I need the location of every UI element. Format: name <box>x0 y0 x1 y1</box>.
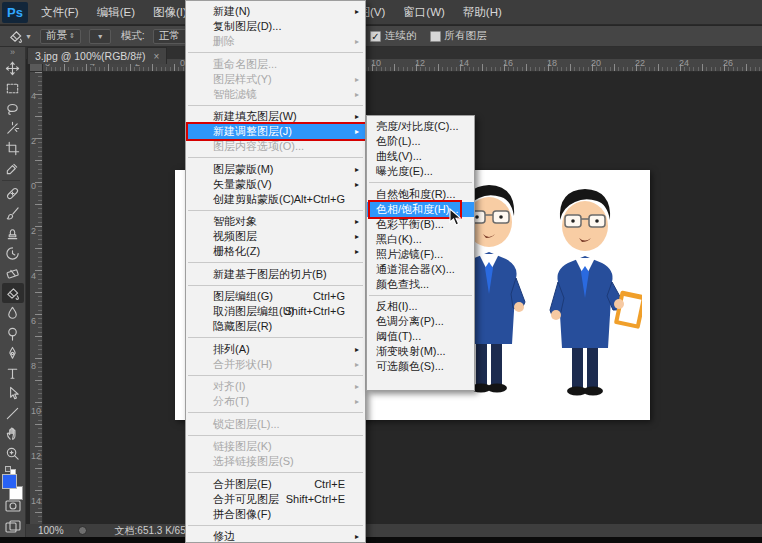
layer-menu-item[interactable]: 隐藏图层(R) <box>186 319 365 334</box>
menu-item-label: 栅格化(Z) <box>213 245 260 257</box>
ruler-number: 24 <box>679 58 689 68</box>
layer-menu-item[interactable]: 复制图层(D)... <box>186 19 365 34</box>
magic-wand-tool-icon[interactable] <box>2 118 24 138</box>
adjustment-submenu-item[interactable]: 反相(I)... <box>367 299 474 314</box>
menu-separator <box>188 375 363 376</box>
layer-menu-item[interactable]: 修边▸ <box>186 529 365 543</box>
layer-menu-item[interactable]: 合并可见图层Shift+Ctrl+E <box>186 492 365 507</box>
menubar-item[interactable]: 文件(F) <box>33 2 87 23</box>
adjustment-submenu-item[interactable]: 阈值(T)... <box>367 329 474 344</box>
adjustment-submenu-item[interactable]: 曲线(V)... <box>367 149 474 164</box>
submenu-arrow-icon: ▸ <box>355 34 359 49</box>
layer-menu-item[interactable]: 拼合图像(F) <box>186 507 365 522</box>
hand-tool-icon[interactable] <box>2 423 24 443</box>
layer-menu-item[interactable]: 合并图层(E)Ctrl+E <box>186 477 365 492</box>
adjustment-submenu-item[interactable]: 黑白(K)... <box>367 232 474 247</box>
dodge-tool-icon[interactable] <box>2 323 24 343</box>
menubar-item[interactable]: 编辑(E) <box>89 2 143 23</box>
marquee-tool-icon[interactable] <box>2 78 24 98</box>
ruler-number: 4 <box>31 91 36 101</box>
adjustment-submenu-item[interactable]: 颜色查找... <box>367 277 474 292</box>
layer-menu-item[interactable]: 智能对象▸ <box>186 214 365 229</box>
layer-menu-item[interactable]: 矢量蒙版(V)▸ <box>186 177 365 192</box>
zoom-level-field[interactable]: 100% <box>38 525 64 536</box>
zoom-tool-icon[interactable] <box>2 443 24 463</box>
move-tool-icon[interactable] <box>2 58 24 78</box>
layer-menu-item: 删除▸ <box>186 34 365 49</box>
adjustment-submenu-item[interactable]: 照片滤镜(F)... <box>367 247 474 262</box>
vertical-ruler[interactable]: 4202468101214 <box>30 72 43 524</box>
menu-item-shortcut: Shift+Ctrl+E <box>286 492 345 507</box>
adjustment-submenu-item[interactable]: 自然饱和度(R)... <box>367 187 474 202</box>
checkbox-icon[interactable]: ✓ <box>370 31 381 42</box>
layer-menu-item[interactable]: 取消图层编组(U)Shift+Ctrl+G <box>186 304 365 319</box>
adjustment-submenu-item[interactable]: 亮度/对比度(C)... <box>367 119 474 134</box>
layer-menu-item[interactable]: 新建(N)▸ <box>186 4 365 19</box>
paint-bucket-tool-icon[interactable] <box>2 283 24 303</box>
history-brush-tool-icon[interactable] <box>2 243 24 263</box>
screen-mode-icon[interactable] <box>5 519 21 537</box>
eraser-tool-icon[interactable] <box>2 263 24 283</box>
line-tool-icon[interactable] <box>2 403 24 423</box>
layer-menu-item[interactable]: 栅格化(Z)▸ <box>186 244 365 259</box>
menubar-item[interactable]: 窗口(W) <box>395 2 453 23</box>
menu-separator <box>188 105 363 106</box>
document-tab[interactable]: 3.jpg @ 100%(RGB/8#) × <box>27 47 167 64</box>
layer-menu-item[interactable]: 图层蒙版(M)▸ <box>186 162 365 177</box>
type-tool-icon[interactable] <box>2 363 24 383</box>
menu-item-label: 新建基于图层的切片(B) <box>213 268 327 280</box>
pattern-swatch-select[interactable]: ▼ <box>89 29 111 44</box>
ruler-number: 20 <box>591 58 601 68</box>
adjustment-submenu-item[interactable]: 曝光度(E)... <box>367 164 474 179</box>
menu-item-label: 创建剪贴蒙版(C) <box>213 193 294 205</box>
spot-healing-tool-icon[interactable] <box>2 183 24 203</box>
submenu-arrow-icon: ▸ <box>355 379 359 394</box>
pen-tool-icon[interactable] <box>2 343 24 363</box>
foreground-color-swatch[interactable] <box>2 474 17 489</box>
layer-menu-item[interactable]: 新建填充图层(W)▸ <box>186 109 365 124</box>
blur-tool-icon[interactable] <box>2 303 24 323</box>
option-checkbox[interactable]: 所有图层 <box>430 29 487 43</box>
option-checkbox[interactable]: ✓连续的 <box>370 29 417 43</box>
adjustment-submenu-item[interactable]: 渐变映射(M)... <box>367 344 474 359</box>
adjustment-submenu-item[interactable]: 色阶(L)... <box>367 134 474 149</box>
submenu-arrow-icon: ▸ <box>355 4 359 19</box>
ruler-number: 16 <box>503 58 513 68</box>
lasso-tool-icon[interactable] <box>2 98 24 118</box>
collapse-panel-icon[interactable]: » <box>10 47 15 58</box>
tools-panel: » <box>0 47 26 537</box>
layer-menu-item[interactable]: 图层编组(G)Ctrl+G <box>186 289 365 304</box>
menubar-item[interactable]: 帮助(H) <box>455 2 510 23</box>
quick-mask-icon[interactable] <box>5 498 21 516</box>
layer-menu-item[interactable]: 新建基于图层的切片(B) <box>186 267 365 282</box>
menu-item-label: 黑白(K)... <box>376 233 422 245</box>
path-select-tool-icon[interactable] <box>2 383 24 403</box>
layer-menu-item[interactable]: 视频图层▸ <box>186 229 365 244</box>
adjustment-submenu-item[interactable]: 可选颜色(S)... <box>367 359 474 374</box>
layer-menu-item[interactable]: 排列(A)▸ <box>186 342 365 357</box>
fill-source-select[interactable]: 前景 ⇕ <box>40 29 81 44</box>
menu-item-label: 合并图层(E) <box>213 478 272 490</box>
layer-menu-item: 分布(T)▸ <box>186 394 365 409</box>
ruler-number: 4 <box>31 271 36 281</box>
submenu-arrow-icon: ▸ <box>355 124 359 139</box>
ruler-number: 6 <box>31 316 36 326</box>
eyedropper-tool-icon[interactable] <box>2 158 24 178</box>
layer-menu-item[interactable]: 新建调整图层(J)▸ <box>186 124 365 139</box>
crop-tool-icon[interactable] <box>2 138 24 158</box>
adjustment-submenu-item[interactable]: 通道混合器(X)... <box>367 262 474 277</box>
ruler-number: 12 <box>31 451 41 461</box>
menu-item-label: 矢量蒙版(V) <box>213 178 272 190</box>
menu-item-label: 自然饱和度(R)... <box>376 188 455 200</box>
adjustment-submenu-item[interactable]: 色调分离(P)... <box>367 314 474 329</box>
tool-preset-picker[interactable]: ▼ <box>8 29 32 44</box>
checkbox-icon[interactable] <box>430 31 441 42</box>
brush-tool-icon[interactable] <box>2 203 24 223</box>
swap-colors-icon[interactable] <box>3 464 23 472</box>
menu-separator <box>369 182 472 183</box>
menu-item-label: 色彩平衡(B)... <box>376 218 444 230</box>
clone-stamp-tool-icon[interactable] <box>2 223 24 243</box>
layer-menu-item[interactable]: 创建剪贴蒙版(C)Alt+Ctrl+G <box>186 192 365 207</box>
tab-close-icon[interactable]: × <box>153 51 159 62</box>
menu-item-label: 图层蒙版(M) <box>213 163 274 175</box>
